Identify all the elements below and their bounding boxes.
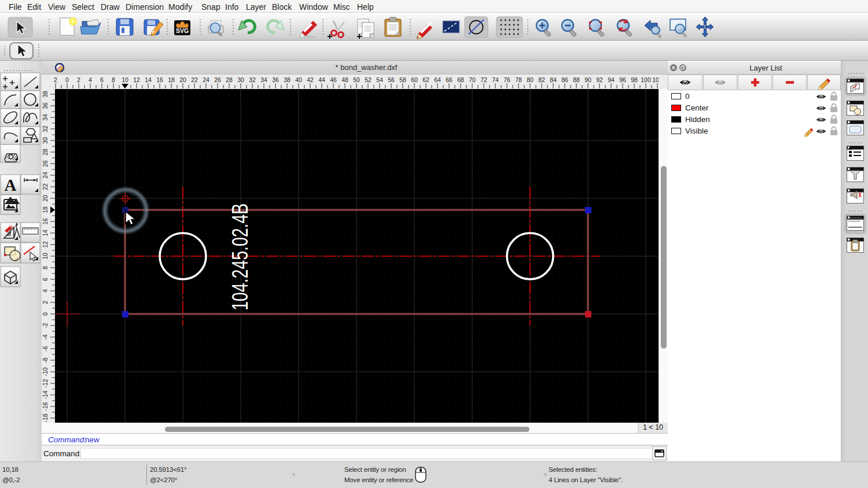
svg-text:92: 92 bbox=[596, 76, 603, 83]
svg-text:36: 36 bbox=[42, 102, 49, 109]
svg-text:64: 64 bbox=[434, 76, 441, 83]
svg-text:72: 72 bbox=[480, 76, 487, 83]
svg-text:16: 16 bbox=[156, 76, 163, 83]
svg-text:6: 6 bbox=[100, 76, 104, 83]
svg-text:14: 14 bbox=[145, 76, 152, 83]
svg-text:104.245.02.4B: 104.245.02.4B bbox=[228, 204, 252, 310]
svg-text:18: 18 bbox=[168, 76, 175, 83]
svg-text:-16: -16 bbox=[42, 402, 49, 411]
svg-text:76: 76 bbox=[503, 76, 510, 83]
svg-text:-18: -18 bbox=[42, 413, 49, 422]
svg-text:34: 34 bbox=[42, 114, 49, 121]
svg-text:82: 82 bbox=[538, 76, 545, 83]
svg-text:90: 90 bbox=[584, 76, 591, 83]
svg-text:98: 98 bbox=[631, 76, 638, 83]
svg-text:28: 28 bbox=[42, 149, 49, 156]
svg-text:38: 38 bbox=[42, 91, 49, 98]
svg-text:56: 56 bbox=[388, 76, 395, 83]
svg-text:62: 62 bbox=[422, 76, 429, 83]
svg-text:34: 34 bbox=[260, 76, 267, 83]
svg-text:8: 8 bbox=[42, 266, 49, 269]
svg-text:38: 38 bbox=[284, 76, 290, 83]
svg-text:30: 30 bbox=[42, 137, 49, 144]
svg-text:6: 6 bbox=[42, 278, 49, 281]
svg-text:28: 28 bbox=[226, 76, 233, 83]
svg-text:10: 10 bbox=[122, 76, 128, 83]
svg-text:8: 8 bbox=[112, 76, 115, 83]
svg-text:58: 58 bbox=[399, 76, 406, 83]
svg-text:44: 44 bbox=[318, 76, 325, 83]
svg-text:32: 32 bbox=[249, 76, 256, 83]
svg-text:12: 12 bbox=[133, 76, 140, 83]
svg-text:96: 96 bbox=[619, 76, 626, 83]
svg-text:26: 26 bbox=[214, 76, 221, 83]
svg-text:46: 46 bbox=[330, 76, 337, 83]
svg-text:94: 94 bbox=[608, 76, 615, 83]
svg-text:70: 70 bbox=[469, 76, 476, 83]
svg-text:40: 40 bbox=[295, 76, 302, 83]
svg-text:16: 16 bbox=[42, 218, 49, 225]
svg-text:66: 66 bbox=[446, 76, 453, 83]
svg-text:80: 80 bbox=[527, 76, 534, 83]
svg-text:-6: -6 bbox=[42, 346, 49, 351]
svg-text:0: 0 bbox=[42, 312, 49, 316]
svg-text:-8: -8 bbox=[42, 357, 49, 363]
svg-text:A: A bbox=[5, 176, 17, 194]
svg-text:68: 68 bbox=[457, 76, 464, 83]
svg-text:52: 52 bbox=[365, 76, 372, 83]
svg-text:100: 100 bbox=[641, 76, 651, 83]
svg-text:4: 4 bbox=[42, 289, 49, 293]
svg-text:54: 54 bbox=[376, 76, 383, 83]
svg-text:4: 4 bbox=[89, 76, 92, 83]
svg-text:-4: -4 bbox=[42, 334, 49, 339]
svg-text:36: 36 bbox=[272, 76, 279, 83]
svg-text:10: 10 bbox=[42, 253, 49, 260]
svg-text:2: 2 bbox=[77, 76, 80, 83]
svg-text:48: 48 bbox=[341, 76, 348, 83]
svg-text:18: 18 bbox=[42, 206, 49, 213]
svg-text:84: 84 bbox=[550, 76, 557, 83]
svg-text:-2: -2 bbox=[42, 323, 49, 328]
svg-text:2: 2 bbox=[42, 301, 49, 304]
svg-text:SVG: SVG bbox=[176, 27, 189, 34]
svg-text:20: 20 bbox=[179, 76, 186, 83]
svg-text:24: 24 bbox=[42, 172, 49, 179]
svg-text:-12: -12 bbox=[42, 379, 49, 387]
svg-text:24: 24 bbox=[203, 76, 209, 83]
svg-text:12: 12 bbox=[42, 241, 49, 248]
svg-text:32: 32 bbox=[42, 125, 49, 132]
svg-text:86: 86 bbox=[561, 76, 568, 83]
svg-text:42: 42 bbox=[307, 76, 314, 83]
svg-text:74: 74 bbox=[492, 76, 499, 83]
svg-text:78: 78 bbox=[515, 76, 522, 83]
svg-text:30: 30 bbox=[237, 76, 244, 83]
svg-text:102: 102 bbox=[652, 76, 659, 83]
svg-text:88: 88 bbox=[573, 76, 580, 83]
svg-text:22: 22 bbox=[42, 183, 49, 190]
svg-text:-10: -10 bbox=[42, 367, 49, 376]
svg-text:50: 50 bbox=[353, 76, 360, 83]
svg-text:2: 2 bbox=[54, 76, 57, 83]
svg-text:22: 22 bbox=[191, 76, 198, 83]
svg-text:0: 0 bbox=[65, 76, 69, 83]
svg-text:-14: -14 bbox=[42, 390, 49, 399]
svg-text:26: 26 bbox=[42, 160, 49, 167]
svg-text:14: 14 bbox=[42, 230, 49, 236]
svg-text:60: 60 bbox=[411, 76, 418, 83]
svg-text:20: 20 bbox=[42, 195, 49, 202]
